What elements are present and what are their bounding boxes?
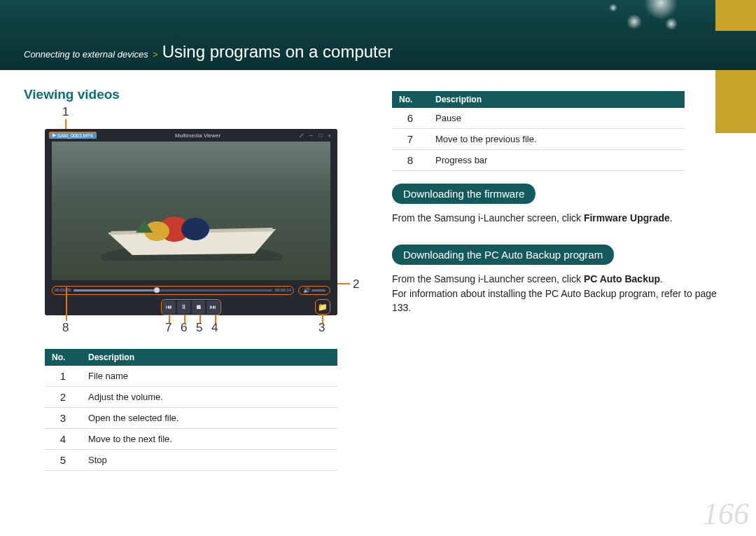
multimedia-viewer-window: ▶ SAM_0003.MP4 Multimedia Viewer ⤢ − □ × (45, 129, 337, 315)
callout-8: 8 (62, 321, 69, 335)
pill-downloading-pc-auto-backup: Downloading the PC Auto Backup program (392, 245, 614, 265)
time-total: 00:00:14 (275, 288, 291, 292)
page-title: Connecting to external devices > Using p… (24, 42, 393, 62)
table-header-no: No. (392, 91, 428, 108)
description-table-right: No. Description 6Pause 7Move to the prev… (392, 91, 685, 171)
video-frame (52, 142, 330, 280)
pause-button[interactable]: ⏸ (177, 301, 190, 314)
breadcrumb-current: Using programs on a computer (162, 42, 393, 61)
svg-point-2 (181, 218, 209, 240)
table-row: 3Open the selected file. (45, 408, 337, 429)
callout-4: 4 (211, 321, 218, 335)
pill-downloading-firmware: Downloading the firmware (392, 184, 536, 204)
stop-button[interactable]: ⏹ (192, 301, 205, 314)
video-viewer-diagram: 1 2 ▶ SAM_0003.MP4 Multimedia Viewer ⤢ −… (24, 108, 346, 339)
next-button[interactable]: ⏭ (206, 301, 220, 314)
open-file-button[interactable]: 📁 (315, 299, 330, 315)
table-row: 5Stop (45, 450, 337, 471)
file-name-chip: ▶ SAM_0003.MP4 (49, 132, 97, 139)
skip-previous-icon: ⏮ (166, 303, 172, 310)
folder-icon: 📁 (318, 303, 328, 312)
description-table-left: No. Description 1File name 2Adjust the v… (45, 349, 337, 471)
firmware-text: From the Samsung i-Launcher screen, clic… (392, 211, 732, 225)
pc-auto-backup-text: From the Samsung i-Launcher screen, clic… (392, 272, 732, 315)
table-header-no: No. (45, 349, 81, 366)
progress-bar[interactable]: 00:00:05 00:00:14 (52, 286, 294, 295)
breadcrumb-parent: Connecting to external devices (24, 49, 148, 60)
pause-icon: ⏸ (181, 303, 187, 310)
app-title: Multimedia Viewer (175, 132, 220, 139)
callout-3: 3 (318, 321, 325, 335)
table-header-desc: Description (81, 349, 337, 366)
table-row: 8Progress bar (392, 150, 685, 171)
file-name-label: SAM_0003.MP4 (57, 133, 93, 138)
callout-2: 2 (353, 277, 359, 291)
breadcrumb-separator: > (153, 49, 158, 60)
table-row: 2Adjust the volume. (45, 387, 337, 408)
previous-button[interactable]: ⏮ (162, 301, 176, 314)
table-header-desc: Description (428, 91, 685, 108)
stop-icon: ⏹ (195, 303, 202, 310)
callout-5: 5 (196, 321, 202, 335)
callout-1: 1 (62, 105, 69, 119)
table-row: 1File name (45, 366, 337, 387)
callout-7: 7 (165, 321, 172, 335)
table-row: 4Move to the next file. (45, 429, 337, 450)
table-row: 7Move to the previous file. (392, 129, 685, 150)
page-number: 166 (703, 496, 749, 532)
window-controls: ⤢ − □ × (299, 132, 333, 139)
speaker-icon: 🔊 (303, 287, 310, 294)
skip-next-icon: ⏭ (210, 303, 216, 310)
section-title-viewing-videos: Viewing videos (24, 87, 364, 102)
callout-6: 6 (181, 321, 187, 335)
top-banner (0, 0, 756, 31)
transport-buttons: ⏮ ⏸ ⏹ ⏭ (161, 299, 221, 315)
table-row: 6Pause (392, 108, 685, 129)
boat-image (94, 191, 290, 261)
time-current: 00:00:05 (55, 288, 71, 292)
volume-control[interactable]: 🔊 (298, 286, 330, 295)
video-file-icon: ▶ (52, 132, 56, 138)
